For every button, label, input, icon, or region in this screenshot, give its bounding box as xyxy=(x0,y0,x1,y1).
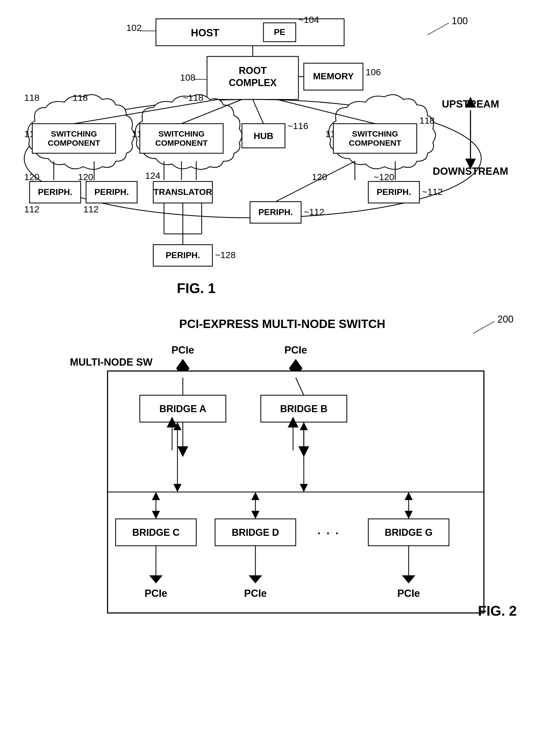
svg-text:~120: ~120 xyxy=(374,172,394,182)
svg-text:PCI-EXPRESS MULTI-NODE SWITCH: PCI-EXPRESS MULTI-NODE SWITCH xyxy=(179,317,386,330)
svg-text:BRIDGE G: BRIDGE G xyxy=(385,527,433,538)
svg-text:~116: ~116 xyxy=(288,121,308,131)
svg-text:COMPONENT: COMPONENT xyxy=(349,138,401,147)
svg-text:112: 112 xyxy=(24,204,40,214)
svg-text:PCIe: PCIe xyxy=(244,588,267,599)
svg-text:MULTI-NODE SW: MULTI-NODE SW xyxy=(70,356,153,368)
svg-text:106: 106 xyxy=(366,67,381,77)
svg-text:102: 102 xyxy=(126,23,142,33)
svg-line-89 xyxy=(473,321,495,333)
svg-text:118: 118 xyxy=(419,115,435,126)
svg-line-1 xyxy=(427,23,449,35)
svg-text:· · ·: · · · xyxy=(317,523,339,541)
svg-text:PERIPH.: PERIPH. xyxy=(166,250,200,260)
svg-text:FIG. 2: FIG. 2 xyxy=(478,603,517,619)
svg-text:FIG. 1: FIG. 1 xyxy=(177,280,216,296)
svg-text:PERIPH.: PERIPH. xyxy=(377,187,411,197)
svg-text:124: 124 xyxy=(145,170,160,181)
svg-text:~104: ~104 xyxy=(298,15,319,25)
svg-text:112: 112 xyxy=(83,204,99,214)
svg-text:COMPONENT: COMPONENT xyxy=(48,138,100,147)
svg-text:SWITCHING: SWITCHING xyxy=(51,129,97,138)
svg-text:~112: ~112 xyxy=(304,207,324,217)
svg-text:DOWNSTREAM: DOWNSTREAM xyxy=(433,166,508,177)
svg-text:~128: ~128 xyxy=(215,250,236,260)
svg-text:PE: PE xyxy=(274,27,286,37)
svg-text:BRIDGE D: BRIDGE D xyxy=(232,527,279,538)
svg-text:SWITCHING: SWITCHING xyxy=(158,129,205,138)
fig1-diagram: 100 HOST PE ~104 102 ROOT COMPLEX 108 ME… xyxy=(8,8,519,304)
svg-text:MEMORY: MEMORY xyxy=(313,71,354,81)
svg-text:COMPLEX: COMPLEX xyxy=(229,77,277,88)
svg-text:PCIe: PCIe xyxy=(172,344,194,356)
svg-text:108: 108 xyxy=(180,72,195,83)
svg-text:PCIe: PCIe xyxy=(284,344,307,356)
svg-text:120: 120 xyxy=(24,172,40,182)
svg-text:BRIDGE A: BRIDGE A xyxy=(159,403,206,414)
page: 100 HOST PE ~104 102 ROOT COMPLEX 108 ME… xyxy=(0,0,560,731)
svg-text:118: 118 xyxy=(73,92,88,103)
svg-text:~112: ~112 xyxy=(422,187,443,197)
svg-text:~118: ~118 xyxy=(183,92,204,103)
svg-text:PERIPH.: PERIPH. xyxy=(94,187,129,197)
svg-text:PCIe: PCIe xyxy=(145,588,167,599)
svg-text:PCIe: PCIe xyxy=(397,588,420,599)
svg-text:PERIPH.: PERIPH. xyxy=(38,187,72,197)
svg-text:COMPONENT: COMPONENT xyxy=(155,138,208,147)
fig2-diagram: 200 PCI-EXPRESS MULTI-NODE SWITCH MULTI-… xyxy=(27,306,538,721)
svg-text:ROOT: ROOT xyxy=(239,65,267,76)
svg-text:100: 100 xyxy=(452,15,468,26)
svg-text:HUB: HUB xyxy=(254,131,273,141)
svg-text:SWITCHING: SWITCHING xyxy=(352,129,398,138)
svg-text:BRIDGE B: BRIDGE B xyxy=(280,403,327,414)
svg-text:TRANSLATOR: TRANSLATOR xyxy=(154,187,212,197)
svg-text:118: 118 xyxy=(24,92,40,103)
svg-text:200: 200 xyxy=(497,314,513,325)
svg-text:HOST: HOST xyxy=(191,27,219,38)
svg-text:120: 120 xyxy=(78,172,93,182)
svg-text:PERIPH.: PERIPH. xyxy=(258,207,293,217)
svg-text:BRIDGE C: BRIDGE C xyxy=(132,527,180,538)
